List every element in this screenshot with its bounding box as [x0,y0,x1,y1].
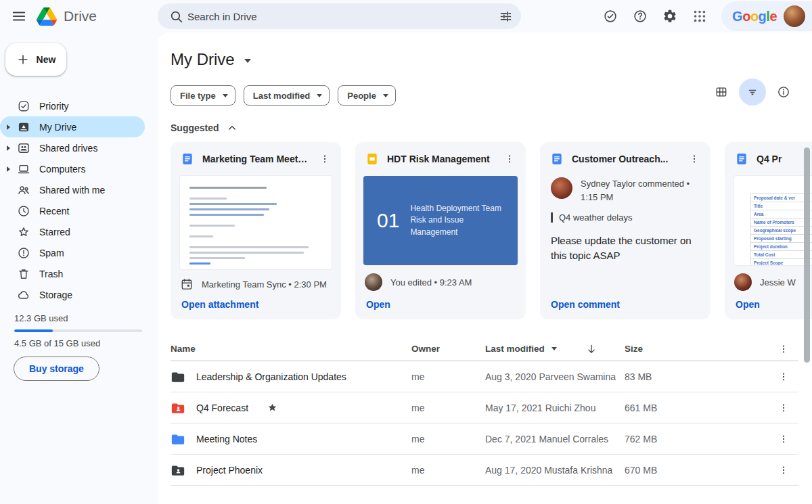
cloud-icon [17,288,30,302]
list-settings-button[interactable] [758,344,798,354]
kebab-icon [778,465,789,476]
search-button[interactable] [164,5,187,28]
suggestion-card[interactable]: Customer Outreach... Sydney Taylor comme… [540,142,710,319]
column-header-modified[interactable]: Last modified [485,343,625,355]
table-row[interactable]: Q4 Forecast me May 17, 2021 Ruichi Zhou … [171,392,798,423]
help-icon [633,9,648,24]
comment-quote: Q4 weather delays [551,212,700,223]
sidebar-item-shared-drives[interactable]: Shared drives [0,137,145,158]
filter-chip-people[interactable]: People [338,85,396,106]
expand-arrow-icon[interactable] [7,145,10,151]
suggestion-card[interactable]: Q4 Pr Proposal date & ver Title Area Nam… [725,142,812,319]
card-menu-button[interactable] [501,151,518,167]
suggestion-card[interactable]: Marketing Team Meetin... [171,142,341,319]
scrollbar[interactable] [804,147,810,363]
priority-icon [17,99,30,113]
chevron-down-icon [223,94,228,97]
drive-logo[interactable]: Drive [37,7,97,26]
folder-icon [171,369,185,384]
suggested-section-header[interactable]: Suggested [171,122,812,134]
check-circle-icon [603,9,618,24]
search-input[interactable] [187,11,494,22]
folder-icon [171,432,185,446]
open-attachment-link[interactable]: Open attachment [171,291,341,319]
account-avatar[interactable] [784,5,805,27]
sidebar-item-spam[interactable]: Spam [0,242,145,263]
row-menu-button[interactable] [758,434,798,444]
row-menu-button[interactable] [758,465,798,476]
grid-view-button[interactable] [708,78,735,106]
sidebar-item-shared-with-me[interactable]: Shared with me [0,179,145,200]
card-menu-button[interactable] [317,151,333,167]
open-comment-link[interactable]: Open comment [540,291,710,319]
buy-storage-button[interactable]: Buy storage [14,357,99,381]
table-row[interactable]: Meeting Notes me Dec 7, 2021 Manuel Corr… [171,423,798,455]
card-menu-button[interactable] [686,151,702,167]
suggestion-card[interactable]: HDT Risk Management 01 Health Deployment… [355,142,526,319]
kebab-icon [689,154,700,164]
google-docs-icon [181,152,194,166]
page-header: My Drive [158,32,812,69]
google-wordmark: Google [732,9,777,24]
sidebar-item-starred[interactable]: Starred [0,221,145,242]
column-header-name[interactable]: Name [171,344,411,354]
settings-button[interactable] [656,3,683,30]
chevron-down-icon [244,59,251,63]
sidebar-nav: Priority My Drive Shared drives Computer… [0,95,158,305]
table-row[interactable]: Project Phoenix me Aug 17, 2020 Mustafa … [171,455,798,486]
clock-icon [17,204,30,218]
chevron-down-icon [317,94,322,97]
commenter-avatar [551,177,572,199]
suggested-cards: Marketing Team Meetin... [171,142,812,319]
sidebar-item-computers[interactable]: Computers [0,158,145,179]
apps-grid-button[interactable] [686,3,713,30]
editor-avatar [734,273,752,291]
storage-quota-label: 4.5 GB of 15 GB used [14,338,158,348]
table-row[interactable]: Leadership & Organization Updates me Aug… [171,361,798,392]
column-header-owner[interactable]: Owner [411,344,485,354]
main-menu-button[interactable] [5,3,32,30]
sidebar-item-recent[interactable]: Recent [0,200,145,221]
kebab-icon [778,371,789,382]
filter-button[interactable] [739,78,766,106]
kebab-icon [778,344,789,354]
filter-chip-last-modified[interactable]: Last modified [244,85,330,106]
google-docs-icon [550,152,564,166]
storage-progress-bar [14,329,142,332]
sort-direction-icon[interactable] [585,343,597,355]
main-content: My Drive File type Last modified People … [158,32,812,504]
row-menu-button[interactable] [758,371,798,382]
expand-arrow-icon[interactable] [7,124,10,130]
info-button[interactable] [770,78,797,106]
sidebar-item-trash[interactable]: Trash [0,263,145,284]
drive-logo-icon [37,7,57,26]
top-app-bar: Drive Google [0,0,812,32]
row-menu-button[interactable] [758,403,798,413]
sidebar-item-my-drive[interactable]: My Drive [0,116,145,137]
open-link[interactable]: Open [355,291,526,319]
help-button[interactable] [627,3,654,30]
editor-avatar [365,273,382,291]
spam-icon [17,246,30,260]
shared-drives-icon [17,141,30,155]
gear-icon [662,9,677,24]
offline-status-button[interactable] [597,3,624,30]
sidebar-item-storage[interactable]: Storage [0,284,145,305]
storage-progress-fill [14,329,53,332]
filter-chip-file-type[interactable]: File type [171,85,235,106]
google-slides-icon [365,152,379,166]
advanced-search-button[interactable] [494,5,517,28]
chevron-up-icon [226,122,238,134]
open-link[interactable]: Open [725,291,812,319]
info-icon [777,85,790,99]
star-icon [17,225,30,239]
new-button[interactable]: New [5,43,66,76]
search-bar[interactable] [158,3,521,29]
page-title: My Drive [171,50,235,69]
page-title-dropdown[interactable]: My Drive [171,50,251,69]
column-header-size[interactable]: Size [625,344,758,354]
chevron-down-icon [383,94,388,97]
expand-arrow-icon[interactable] [7,166,10,172]
view-controls [708,78,797,106]
sidebar-item-priority[interactable]: Priority [0,95,145,116]
